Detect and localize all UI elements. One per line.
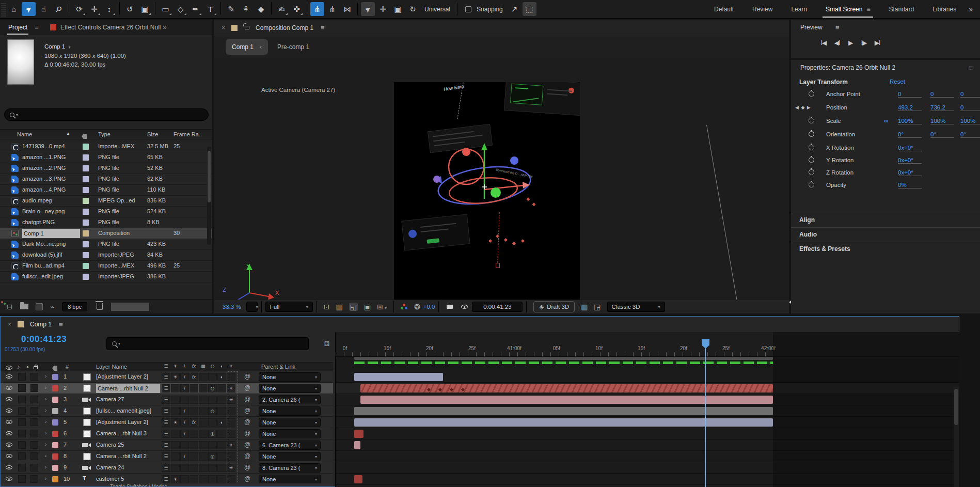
reset-button[interactable]: Reset xyxy=(890,78,905,85)
layer-name[interactable]: Camera 27 xyxy=(96,396,160,402)
layer-switch-0[interactable]: ☰ xyxy=(162,384,170,392)
toggle-switches-modes-button[interactable]: Toggle Switches / Modes xyxy=(110,484,167,486)
layer-row[interactable]: ›7Camera 25☰✳@6. Camera 23 (▾ xyxy=(1,439,333,451)
comp-viewer[interactable]: Active Camera (Camera 27) How Earn xyxy=(214,58,789,300)
preview-menu-icon[interactable]: ≡ xyxy=(835,24,840,32)
layer-visibility-toggle[interactable] xyxy=(6,476,12,482)
layer-switch-5[interactable]: ◎ xyxy=(208,407,217,415)
item-label-color[interactable] xyxy=(83,176,89,182)
guides-icon[interactable]: ▣ xyxy=(364,303,371,311)
timeline-tab-label[interactable]: Comp 1 xyxy=(30,321,52,328)
layer-switch-1[interactable]: ☀ xyxy=(171,418,180,427)
layer-switch-5[interactable]: ◎ xyxy=(208,384,217,392)
layer-visibility-toggle[interactable] xyxy=(6,430,12,436)
channel-icon[interactable] xyxy=(401,304,408,310)
layer-visibility-toggle[interactable] xyxy=(6,385,12,391)
layer-label-color[interactable] xyxy=(52,408,58,414)
column-name[interactable]: Name xyxy=(17,131,32,137)
layer-switch-2[interactable] xyxy=(180,396,189,404)
project-item-row[interactable]: download (5).jfifImporterJPEG84 KB xyxy=(0,250,212,261)
layer-switch-cell[interactable] xyxy=(18,384,26,392)
layer-switch-6[interactable] xyxy=(217,430,226,438)
layer-switch-1[interactable] xyxy=(171,396,180,404)
layer-switch-0[interactable]: ☰ xyxy=(162,475,170,483)
layer-switch-cell[interactable] xyxy=(18,464,26,472)
layer-switch-2[interactable] xyxy=(180,475,189,483)
home-tool[interactable]: ⌂ xyxy=(7,2,21,16)
layer-row[interactable]: ›5[Adjustment Layer 2]☰☀/fx◐@None▾ xyxy=(1,417,333,428)
layer-row[interactable]: ›4[fullsc... earnedit.jpeg]☰/◎@None▾ xyxy=(1,405,333,417)
parent-dropdown[interactable]: None▾ xyxy=(259,475,321,484)
layer-name[interactable]: [Adjustment Layer 2] xyxy=(96,419,160,425)
item-name[interactable]: Comp 1 xyxy=(22,229,80,238)
local-axis-mode[interactable]: ⋔ xyxy=(310,2,324,16)
timeline-scrollbar[interactable] xyxy=(954,387,959,487)
layer-expander[interactable]: › xyxy=(45,476,46,481)
pick-whip-icon[interactable]: @ xyxy=(244,407,250,414)
project-item-row[interactable]: amazon ...1.PNGPNG file65 KB xyxy=(0,152,212,163)
layer-switch-cell[interactable] xyxy=(30,430,38,437)
layer-switch-3[interactable]: fx xyxy=(189,373,198,381)
pick-whip-icon[interactable]: @ xyxy=(244,464,250,471)
stopwatch-icon[interactable] xyxy=(809,145,814,151)
layer-switch-2[interactable]: / xyxy=(180,373,189,381)
layer-name[interactable]: Camera ...rbit Null 2 xyxy=(96,384,160,393)
pick-whip-icon[interactable]: @ xyxy=(244,373,250,380)
layer-switch-cell[interactable] xyxy=(18,418,26,426)
project-item-row[interactable]: chatgpt.PNGPNG file8 KB xyxy=(0,217,212,228)
layer-duration-bar[interactable] xyxy=(354,430,363,438)
project-search-input[interactable]: ▾ xyxy=(4,108,209,121)
layer-switch-0[interactable]: ☰ xyxy=(162,441,170,449)
property-value[interactable]: 0x+0° xyxy=(898,169,922,176)
exposure-value[interactable]: +0.0 xyxy=(423,304,435,310)
layer-switch-5[interactable] xyxy=(208,475,217,483)
layer-switch-0[interactable]: ☰ xyxy=(162,464,170,472)
layer-expander[interactable]: › xyxy=(45,419,46,425)
workspace-overflow-icon[interactable]: » xyxy=(969,5,973,13)
layer-switch-cell[interactable] xyxy=(30,475,38,483)
dolly-camera-tool[interactable]: ↕ xyxy=(102,2,116,16)
parent-link-column[interactable]: Parent & Link xyxy=(261,364,295,370)
layer-switch-cell[interactable] xyxy=(18,373,26,381)
selection-tool[interactable]: ➤ xyxy=(22,2,36,16)
layer-switch-6[interactable] xyxy=(217,384,226,392)
workspace-tab-standard[interactable]: Standard xyxy=(879,0,923,19)
layer-visibility-toggle[interactable] xyxy=(6,442,12,448)
section-audio[interactable]: Audio xyxy=(791,227,980,241)
comp-timecode[interactable]: 0:00:41:23 xyxy=(472,302,523,312)
stopwatch-icon[interactable] xyxy=(809,157,814,164)
stopwatch-icon[interactable] xyxy=(809,182,814,188)
section-effects-presets[interactable]: Effects & Presets xyxy=(791,242,980,256)
keyframe-icon[interactable] xyxy=(450,388,453,391)
item-name[interactable]: amazon ...1.PNG xyxy=(22,154,80,160)
pin-tool[interactable]: ✜ xyxy=(290,2,304,16)
workspace-menu-icon[interactable]: ≡ xyxy=(866,6,870,13)
project-item-row[interactable]: fullscr...edit.jpegImporterJPEG386 KB xyxy=(0,272,212,282)
draft-3d-button[interactable]: ◈Draft 3D xyxy=(533,301,575,312)
layer-row[interactable]: ›8Camera ...rbit Null 2☰/◎@None▾ xyxy=(1,451,333,462)
mask-visibility-icon[interactable]: ◱ xyxy=(349,303,358,311)
tab-project[interactable]: Project xyxy=(8,24,27,31)
parent-dropdown[interactable]: 6. Camera 23 (▾ xyxy=(259,441,321,450)
transparency-grid-icon[interactable]: ▦ xyxy=(336,303,343,311)
layer-label-color[interactable] xyxy=(52,453,58,460)
layer-switch-4[interactable] xyxy=(199,418,208,427)
layer-switch-2[interactable]: / xyxy=(180,384,189,392)
property-value[interactable]: 0x+0° xyxy=(898,145,922,151)
property-value[interactable]: 736.2 xyxy=(930,104,954,111)
layer-switch-4[interactable] xyxy=(199,373,208,381)
pan-camera-tool[interactable]: ✛ xyxy=(87,2,101,16)
layer-switch-2[interactable]: / xyxy=(180,418,189,427)
layer-switch-5[interactable] xyxy=(208,373,217,381)
property-value[interactable]: 0 xyxy=(930,91,954,98)
parent-dropdown[interactable]: None▾ xyxy=(259,429,321,438)
layer-switch-5[interactable] xyxy=(208,464,217,472)
layer-expander[interactable]: › xyxy=(45,373,46,379)
layer-label-color[interactable] xyxy=(52,476,58,482)
layer-switch-4[interactable] xyxy=(199,396,208,404)
layer-switch-2[interactable]: / xyxy=(180,452,189,461)
layer-switch-0[interactable]: ☰ xyxy=(162,430,170,438)
puppet-tool[interactable]: ✍ xyxy=(275,2,289,16)
preview-title[interactable]: Preview xyxy=(800,24,823,31)
timeline-track-area[interactable]: 0f15f20f25f41:00f05f10f15f20f25f42:00f xyxy=(335,332,960,487)
